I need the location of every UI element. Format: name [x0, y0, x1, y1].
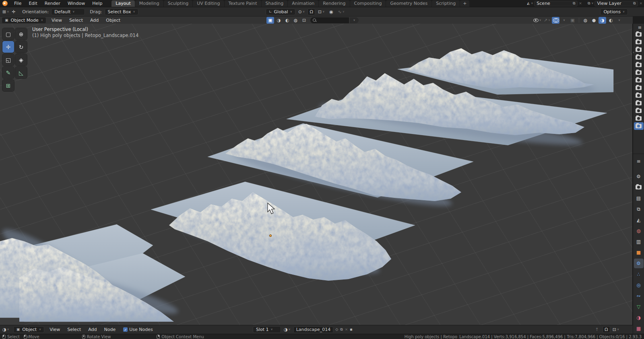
- annotate-tool-button[interactable]: ✎: [2, 67, 14, 78]
- drag-dropdown[interactable]: Select Box ∨: [105, 8, 138, 15]
- menu-add[interactable]: Add: [87, 17, 102, 24]
- tab-rendering[interactable]: Rendering: [319, 0, 349, 7]
- scene-browse-chevron[interactable]: ∨: [531, 2, 533, 5]
- properties-tab-object-data[interactable]: ▽: [634, 302, 644, 312]
- view-layer-name-field[interactable]: View Layer ⧉: [594, 1, 638, 6]
- menu-add[interactable]: Add: [85, 326, 100, 333]
- properties-tab-world[interactable]: ◍: [634, 226, 644, 236]
- outliner-render-toggle[interactable]: [634, 84, 644, 92]
- snap-settings-dropdown[interactable]: ⊡ ∨: [317, 8, 325, 15]
- search-input[interactable]: [310, 17, 349, 23]
- menu-view[interactable]: View: [48, 17, 66, 24]
- overlays-dropdown[interactable]: ∨: [560, 17, 568, 24]
- falloff-dropdown[interactable]: ∿ ∨: [337, 8, 345, 15]
- xray-toggle[interactable]: ▣: [569, 17, 576, 24]
- properties-editor-type-button[interactable]: ≡: [634, 156, 644, 166]
- shading-material-button[interactable]: ◑: [599, 17, 606, 24]
- outliner-render-toggle[interactable]: [634, 31, 644, 38]
- matcap-sphere-icon-button[interactable]: ◑: [275, 17, 283, 24]
- properties-tab-modifiers[interactable]: ⚙: [634, 259, 644, 268]
- scene-name-field[interactable]: Scene ⧉: [534, 1, 578, 6]
- environment-icon-button[interactable]: ◍: [292, 17, 299, 24]
- transform-orientation-dropdown[interactable]: ∟ Global ∨: [266, 8, 295, 15]
- outliner-render-toggle[interactable]: [634, 107, 644, 115]
- properties-tab-render[interactable]: [634, 183, 644, 192]
- tab-scripting[interactable]: Scripting: [432, 0, 460, 7]
- use-nodes-checkbox[interactable]: ✓: [123, 327, 128, 332]
- menu-edit[interactable]: Edit: [25, 0, 41, 7]
- tab-shading[interactable]: Shading: [262, 0, 288, 7]
- outliner-icon[interactable]: ≡: [638, 25, 642, 30]
- menu-object[interactable]: Object: [102, 17, 124, 24]
- tab-sculpting[interactable]: Sculpting: [164, 0, 192, 7]
- properties-tab-scene[interactable]: ◭: [634, 215, 644, 225]
- menu-node[interactable]: Node: [101, 326, 120, 333]
- shading-solid-button[interactable]: ●: [590, 17, 598, 24]
- stencil-icon-button[interactable]: ⊡: [300, 17, 308, 24]
- properties-tab-texture[interactable]: ▦: [634, 324, 644, 333]
- select-box-tool-button[interactable]: ▢: [2, 28, 14, 40]
- options-dropdown[interactable]: Options ∨: [600, 8, 628, 15]
- menu-help[interactable]: Help: [89, 0, 106, 7]
- outliner-render-toggle[interactable]: [634, 38, 644, 46]
- properties-tab-view-layer[interactable]: ⧉: [634, 204, 644, 214]
- shader-type-dropdown[interactable]: ▣ Object ∨: [13, 326, 44, 333]
- rotate-tool-button[interactable]: ↻: [15, 41, 27, 53]
- pivot-point-dropdown[interactable]: ⊙ ∨: [297, 8, 305, 15]
- proportional-editing-toggle[interactable]: ◉: [327, 8, 335, 15]
- copy-icon[interactable]: ⧉: [633, 2, 636, 5]
- measure-tool-button[interactable]: ◺: [15, 67, 27, 78]
- tab-animation[interactable]: Animation: [288, 0, 318, 7]
- shading-rendered-button[interactable]: ◐: [607, 17, 615, 24]
- add-workspace-button[interactable]: +: [460, 0, 469, 7]
- viewport-3d[interactable]: User Perspective (Local) (1) High poly o…: [0, 24, 633, 325]
- properties-tab-tool[interactable]: ⚙: [634, 172, 644, 181]
- properties-tab-object[interactable]: ■: [634, 248, 644, 257]
- menu-render[interactable]: Render: [41, 0, 64, 7]
- search-filter-dropdown[interactable]: ∨: [350, 17, 359, 23]
- node-snap-toggle[interactable]: Ω: [603, 326, 610, 333]
- outliner-render-toggle[interactable]: [634, 61, 644, 69]
- properties-tab-constraints[interactable]: ∾: [634, 291, 644, 301]
- outliner-render-toggle[interactable]: [634, 115, 644, 122]
- transform-tool-button[interactable]: ◈: [15, 54, 27, 66]
- tab-uv-editing[interactable]: UV Editing: [193, 0, 224, 7]
- outliner-render-toggle[interactable]: [634, 92, 644, 99]
- shading-wireframe-button[interactable]: ◍: [582, 17, 589, 24]
- properties-tab-output[interactable]: ▤: [634, 193, 644, 203]
- overlays-toggle[interactable]: [552, 17, 559, 24]
- tab-layout[interactable]: Layout: [111, 0, 134, 7]
- cursor-tool-button[interactable]: ⊕: [15, 28, 27, 40]
- move-tool-button[interactable]: ✛: [2, 41, 14, 53]
- tab-compositing[interactable]: Compositing: [350, 0, 386, 7]
- menu-select[interactable]: Select: [66, 17, 87, 24]
- tab-geometry-nodes[interactable]: Geometry Nodes: [386, 0, 431, 7]
- menu-view[interactable]: View: [46, 326, 64, 333]
- orientation-dropdown[interactable]: Default ∨: [51, 8, 85, 15]
- new-material-icon[interactable]: ⧉: [340, 328, 343, 331]
- shading-dropdown[interactable]: ∨: [615, 17, 623, 24]
- view-layer-icon[interactable]: ⧉: [588, 2, 590, 5]
- copy-icon[interactable]: ⧉: [573, 2, 575, 5]
- add-cube-tool-button[interactable]: ⊞: [2, 80, 14, 91]
- solid-mode-icon-button[interactable]: ▣: [266, 17, 274, 24]
- fake-user-shield-icon[interactable]: ◇: [335, 328, 338, 331]
- material-browse-button[interactable]: ◑ ∨: [283, 326, 291, 333]
- texture-paint-icon-button[interactable]: ◐: [283, 17, 291, 24]
- outliner-render-toggle[interactable]: [634, 99, 644, 107]
- menu-window[interactable]: Window: [64, 0, 89, 7]
- parent-node-button[interactable]: ↑: [593, 326, 601, 333]
- pin-icon[interactable]: ◆: [349, 327, 353, 332]
- tab-texture-paint[interactable]: Texture Paint: [225, 0, 261, 7]
- gizmos-dropdown[interactable]: ↗ ∨: [543, 17, 551, 24]
- material-name-field[interactable]: Landscape_014: [293, 327, 334, 333]
- outliner-render-toggle[interactable]: [634, 69, 644, 76]
- editor-type-button[interactable]: ⊞ ∨: [2, 8, 10, 15]
- scene-icon[interactable]: ◭: [527, 2, 530, 5]
- mode-dropdown[interactable]: ▣ Object Mode ∨: [2, 17, 46, 24]
- outliner-render-toggle[interactable]: [634, 46, 644, 53]
- blender-logo-icon[interactable]: [2, 1, 8, 6]
- outliner-render-toggle[interactable]: [634, 53, 644, 61]
- viewport-canvas[interactable]: [0, 24, 633, 325]
- view-layer-browse-chevron[interactable]: ∨: [591, 2, 593, 5]
